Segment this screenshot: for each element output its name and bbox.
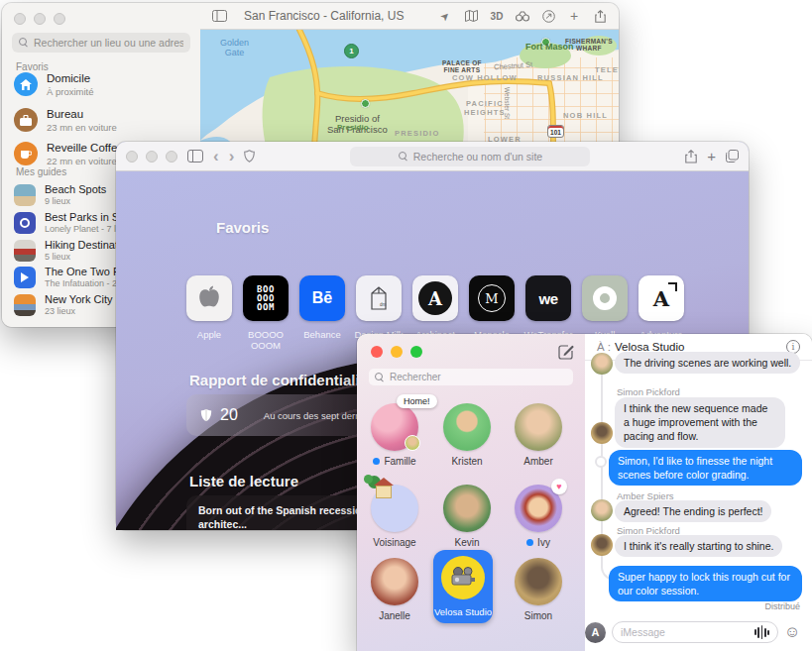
contact-name[interactable]: Amber: [504, 456, 573, 467]
contact-velosa-studio-selected[interactable]: Velosa Studio: [433, 550, 493, 623]
contact-name[interactable]: Janelle: [360, 610, 429, 621]
close-button[interactable]: [126, 151, 138, 163]
guide-new-york[interactable]: New York City 23 lieux: [14, 293, 112, 316]
sender-name: Simon Pickford: [617, 386, 680, 397]
messages-search-field[interactable]: [369, 369, 573, 385]
imessage-input[interactable]: [621, 626, 754, 638]
contact-avatar-simon[interactable]: [515, 558, 562, 605]
favorite-tile-adventure[interactable]: A: [638, 275, 684, 321]
messages-sidebar: Home! Famille Kristen Amber ♥ Voisinage …: [357, 334, 585, 651]
message-bubble-sent[interactable]: Super happy to lock this rough cut for o…: [609, 566, 802, 601]
contact-name[interactable]: Kevin: [432, 537, 502, 548]
forward-button[interactable]: ›: [229, 148, 235, 164]
3d-mode-icon[interactable]: 3D: [488, 11, 506, 22]
message-bubble[interactable]: Agreed! The ending is perfect!: [615, 500, 771, 522]
avatar-amber: [591, 353, 613, 375]
lookaround-icon[interactable]: [514, 11, 531, 22]
app-store-icon[interactable]: A: [585, 622, 606, 643]
park-poi-icon[interactable]: [361, 99, 370, 108]
contact-name[interactable]: Voisinage: [360, 537, 429, 548]
directions-icon[interactable]: [539, 10, 557, 23]
message-bubble[interactable]: I think the new sequence made a huge imp…: [615, 397, 785, 448]
address-bar[interactable]: [350, 147, 590, 166]
messages-window: Home! Famille Kristen Amber ♥ Voisinage …: [357, 334, 812, 651]
favorite-tile-monocle[interactable]: M: [469, 275, 515, 321]
zoom-button[interactable]: [410, 346, 422, 358]
close-button[interactable]: [14, 13, 26, 25]
home-status-badge: Home!: [397, 394, 437, 408]
contact-avatar-kristen[interactable]: [443, 403, 491, 451]
messages-search-input[interactable]: [390, 372, 567, 382]
map-mode-icon[interactable]: [462, 10, 480, 22]
favorite-tile-boooooom[interactable]: BOO OOO OOM: [243, 275, 289, 321]
minimize-button[interactable]: [391, 346, 403, 358]
favorite-tile-apple[interactable]: [186, 275, 232, 321]
maps-search-field[interactable]: [12, 33, 190, 53]
minimize-button[interactable]: [146, 151, 158, 163]
to-label: À :: [597, 341, 611, 353]
address-input[interactable]: [413, 151, 542, 163]
corner-bracket-icon: [668, 282, 677, 291]
zoom-button[interactable]: [166, 151, 177, 163]
contact-name[interactable]: Ivy: [504, 537, 573, 548]
adventure-icon: A: [653, 286, 669, 311]
back-button[interactable]: ‹: [213, 148, 219, 164]
favorite-work[interactable]: Bureau 23 mn en voiture: [14, 108, 117, 133]
guide-detail: 23 lieux: [45, 306, 112, 316]
favorite-home[interactable]: Domicile À proximité: [14, 72, 94, 97]
share-icon[interactable]: [685, 150, 697, 163]
emoji-picker-icon[interactable]: ☺: [784, 624, 800, 640]
favorite-detail: 23 mn en voiture: [47, 122, 117, 133]
guide-thumbnail: [14, 267, 36, 288]
message-bubble-sent[interactable]: Simon, I'd like to finesse the night sce…: [609, 450, 802, 486]
message-bubble[interactable]: I think it's really starting to shine.: [615, 535, 782, 557]
maps-search-input[interactable]: [34, 37, 183, 49]
contact-name[interactable]: Simon: [504, 610, 573, 621]
contact-avatar-amber[interactable]: [515, 403, 562, 451]
privacy-note: Au cours des sept derni: [264, 410, 363, 421]
compose-icon[interactable]: [558, 344, 574, 360]
contact-avatar-voisinage[interactable]: [371, 485, 418, 532]
guide-beach-spots[interactable]: Beach Spots 9 lieux: [14, 183, 106, 206]
home-icon: [14, 72, 38, 96]
contact-name: Velosa Studio: [433, 606, 493, 617]
sidebar-toggle-icon[interactable]: [210, 10, 228, 22]
favorites-heading: Favoris: [216, 219, 269, 236]
contact-avatar-janelle[interactable]: [371, 558, 418, 605]
contact-name[interactable]: Famille: [360, 456, 429, 467]
window-controls[interactable]: [371, 346, 422, 358]
unread-dot: [373, 458, 380, 465]
imessage-field[interactable]: [612, 621, 778, 643]
message-bubble[interactable]: The driving scenes are working well.: [615, 352, 800, 374]
window-controls[interactable]: [126, 151, 177, 163]
unread-dot: [526, 539, 533, 546]
heart-badge-icon: ♥: [551, 479, 567, 494]
new-tab-icon[interactable]: +: [707, 148, 716, 164]
kvell-icon: [593, 286, 617, 310]
privacy-shield-icon[interactable]: [244, 150, 255, 163]
audio-waveform-icon[interactable]: [754, 625, 769, 639]
window-controls[interactable]: [14, 13, 65, 25]
close-button[interactable]: [371, 346, 383, 358]
current-location-icon[interactable]: ➤: [434, 5, 456, 27]
archinect-icon: A: [418, 281, 452, 315]
behance-icon: Bē: [312, 289, 332, 307]
contact-name[interactable]: Kristen: [432, 456, 502, 467]
route-1-shield: 1: [344, 44, 359, 58]
favorite-tile-behance[interactable]: Bē: [299, 275, 345, 321]
sidebar-toggle-icon[interactable]: [187, 150, 203, 163]
favorite-tile-design-milk[interactable]: dm: [356, 275, 402, 321]
minimize-button[interactable]: [34, 13, 46, 25]
favorite-tile-wetransfer[interactable]: we: [525, 275, 571, 321]
add-pin-icon[interactable]: +: [565, 8, 583, 24]
guide-thumbnail: [14, 294, 36, 316]
shield-icon: [200, 408, 212, 422]
contact-avatar-kevin[interactable]: [443, 485, 491, 532]
zoom-button[interactable]: [54, 13, 65, 25]
guide-thumbnail: [14, 240, 36, 262]
tab-overview-icon[interactable]: [726, 150, 739, 163]
share-icon[interactable]: [591, 10, 609, 23]
favorite-tile-kvell[interactable]: [582, 275, 628, 321]
favorite-tile-archinect[interactable]: A: [412, 275, 458, 321]
favorite-label: Behance: [293, 329, 351, 340]
